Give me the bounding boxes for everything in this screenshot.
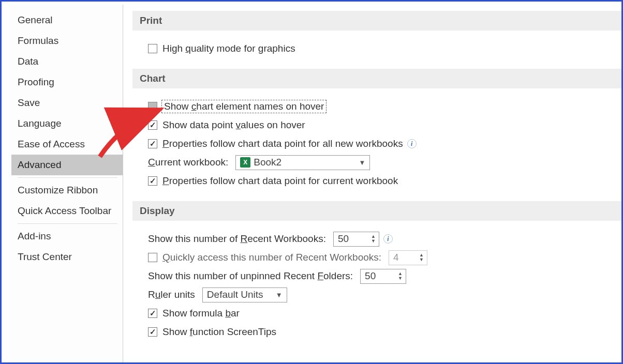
sidebar-item-save[interactable]: Save (11, 93, 123, 113)
sidebar-item-ease-of-access[interactable]: Ease of Access (11, 134, 123, 155)
label-show-formula-bar: Show formula bar (162, 308, 240, 319)
checkbox-show-formula-bar[interactable]: ✓ (148, 309, 157, 318)
spinner-recent-workbooks-value: 50 (338, 233, 366, 245)
label-quick-access-recent: Quickly access this number of Recent Wor… (162, 252, 381, 263)
dropdown-current-workbook[interactable]: X Book2 ▼ (235, 155, 370, 170)
spinner-recent-workbooks[interactable]: 50 ▲▼ (333, 232, 379, 247)
info-icon[interactable]: i (407, 139, 417, 148)
sidebar-item-trust-center[interactable]: Trust Center (11, 247, 123, 267)
excel-icon: X (240, 157, 250, 168)
section-header-display: Display (132, 201, 621, 221)
checkbox-show-data-point-values[interactable]: ✓ (148, 120, 157, 130)
spin-down-icon: ▼ (417, 257, 426, 262)
sidebar-item-customize-ribbon[interactable]: Customize Ribbon (11, 180, 123, 201)
sidebar-divider (18, 177, 117, 178)
label-current-workbook: Current workbook: (148, 157, 228, 168)
sidebar-item-advanced[interactable]: Advanced (11, 155, 123, 175)
spin-down-icon[interactable]: ▼ (369, 239, 378, 244)
label-ruler-units: Ruler units (148, 289, 195, 300)
spinner-recent-folders[interactable]: 50 ▲▼ (360, 269, 406, 284)
section-body-chart: Show chart element names on hover ✓ Show… (132, 95, 621, 201)
label-show-chart-element-names: Show chart element names on hover (162, 101, 325, 112)
label-recent-folders: Show this number of unpinned Recent Fold… (148, 270, 353, 282)
spinner-recent-folders-value: 50 (365, 270, 393, 282)
spin-down-icon[interactable]: ▼ (396, 276, 405, 281)
checkbox-high-quality-graphics[interactable] (148, 44, 157, 53)
section-body-display: Show this number of Recent Workbooks: 50… (132, 227, 621, 352)
sidebar-item-add-ins[interactable]: Add-ins (11, 226, 123, 247)
settings-panel: Print High quality mode for graphics Cha… (132, 11, 621, 362)
label-properties-follow-current: Properties follow chart data point for c… (162, 175, 398, 187)
checkbox-show-chart-element-names[interactable] (148, 102, 157, 111)
section-body-print: High quality mode for graphics (132, 37, 621, 69)
checkbox-properties-follow-current[interactable]: ✓ (148, 176, 157, 186)
sidebar-item-language[interactable]: Language (11, 113, 123, 134)
chevron-down-icon: ▼ (276, 291, 283, 299)
label-recent-workbooks: Show this number of Recent Workbooks: (148, 233, 326, 245)
options-sidebar: General Formulas Data Proofing Save Lang… (9, 5, 123, 362)
sidebar-item-general[interactable]: General (11, 10, 123, 31)
info-icon[interactable]: i (383, 234, 393, 244)
sidebar-item-data[interactable]: Data (11, 51, 123, 72)
chevron-down-icon: ▼ (359, 159, 365, 166)
checkbox-properties-follow-all[interactable]: ✓ (148, 139, 157, 148)
sidebar-divider (18, 223, 117, 224)
options-dialog: General Formulas Data Proofing Save Lang… (0, 0, 623, 364)
section-header-chart: Chart (132, 69, 621, 88)
dropdown-ruler-units-value: Default Units (207, 289, 263, 300)
label-show-function-screentips: Show function ScreenTips (162, 326, 276, 338)
label-show-data-point-values: Show data point values on hover (162, 119, 305, 131)
label-high-quality-graphics: High quality mode for graphics (162, 43, 295, 54)
spinner-quick-access-recent: 4 ▲▼ (389, 250, 427, 265)
checkbox-show-function-screentips[interactable]: ✓ (148, 327, 157, 337)
sidebar-item-quick-access-toolbar[interactable]: Quick Access Toolbar (11, 201, 123, 221)
checkbox-quick-access-recent[interactable] (148, 253, 157, 262)
dropdown-current-workbook-value: Book2 (254, 157, 281, 168)
sidebar-item-proofing[interactable]: Proofing (11, 72, 123, 93)
spinner-quick-access-value: 4 (393, 252, 414, 263)
section-header-print: Print (132, 11, 621, 31)
sidebar-item-formulas[interactable]: Formulas (11, 31, 123, 51)
dropdown-ruler-units[interactable]: Default Units ▼ (202, 287, 287, 302)
label-properties-follow-all: Properties follow chart data point for a… (162, 138, 403, 149)
